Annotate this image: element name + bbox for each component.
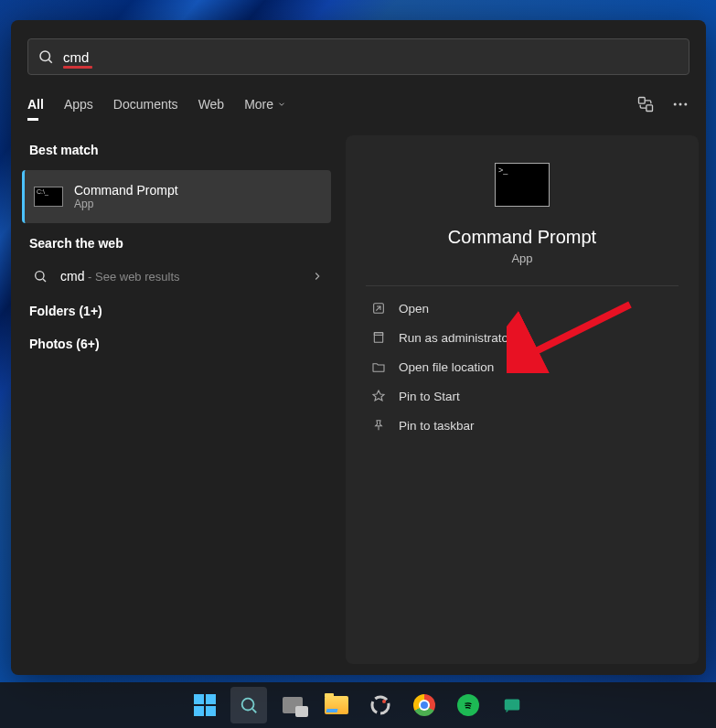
start-button[interactable]: [187, 687, 223, 723]
svg-point-16: [372, 697, 389, 713]
best-match-header: Best match: [18, 135, 335, 165]
file-explorer[interactable]: [318, 687, 355, 723]
tab-apps[interactable]: Apps: [64, 97, 93, 112]
svg-point-7: [36, 272, 44, 280]
cmd-icon: C:\_: [34, 187, 63, 207]
filter-tabs: All Apps Documents Web More: [27, 95, 689, 113]
search-web-item[interactable]: cmd - See web results: [18, 258, 335, 294]
spotify-icon: [462, 699, 475, 712]
pin-icon: [371, 389, 386, 403]
spotify[interactable]: [450, 687, 486, 723]
search-icon: [239, 695, 259, 715]
search-icon: [37, 48, 54, 65]
svg-point-14: [241, 699, 253, 711]
svg-rect-11: [374, 333, 382, 336]
svg-point-0: [40, 51, 50, 61]
tab-label: Documents: [113, 97, 178, 112]
svg-point-6: [684, 103, 687, 106]
pin-icon: [371, 418, 386, 433]
search-web-header: Search the web: [18, 229, 335, 258]
preview-app-icon: [495, 163, 550, 207]
svg-rect-10: [374, 333, 382, 343]
results-column: Best match C:\_ Command Prompt App Searc…: [18, 135, 335, 664]
web-query-text: cmd: [60, 269, 84, 284]
svg-line-15: [252, 709, 256, 712]
preview-pane: Command Prompt App Open Run as administr…: [346, 135, 699, 664]
tab-all[interactable]: All: [27, 97, 44, 112]
search-input[interactable]: [63, 49, 679, 65]
action-pin-start[interactable]: Pin to Start: [346, 381, 699, 411]
tab-documents[interactable]: Documents: [113, 97, 178, 112]
tab-label: Apps: [64, 97, 93, 112]
tab-label: More: [244, 97, 273, 112]
annotation-underline: [63, 66, 92, 69]
search-panel: All Apps Documents Web More Best match C…: [11, 20, 706, 675]
preview-title: Command Prompt: [346, 227, 699, 248]
action-open[interactable]: Open: [346, 294, 699, 323]
tab-label: All: [27, 97, 44, 112]
tab-label: Web: [198, 97, 225, 112]
web-suffix: - See web results: [84, 270, 179, 284]
chevron-right-icon: [311, 270, 324, 283]
result-subtitle: App: [74, 198, 178, 210]
open-icon: [371, 301, 386, 316]
result-title: Command Prompt: [74, 183, 178, 198]
tab-more[interactable]: More: [244, 97, 286, 112]
action-label: Run as administrator: [399, 331, 513, 345]
chevron-down-icon: [277, 100, 286, 109]
best-match-result[interactable]: C:\_ Command Prompt App: [22, 170, 331, 223]
photos-section[interactable]: Photos (6+): [18, 327, 335, 360]
preview-subtitle: App: [346, 252, 699, 265]
folders-section[interactable]: Folders (1+): [18, 294, 335, 327]
circle-app-icon: [369, 694, 391, 716]
shield-icon: [371, 330, 386, 345]
svg-rect-2: [639, 98, 646, 104]
connected-apps-icon[interactable]: [636, 95, 655, 113]
app-icon-1[interactable]: [362, 687, 399, 723]
action-label: Pin to taskbar: [399, 419, 475, 433]
action-pin-taskbar[interactable]: Pin to taskbar: [346, 411, 699, 440]
svg-rect-18: [504, 700, 519, 711]
chat-icon: [502, 695, 522, 715]
action-label: Open: [399, 302, 429, 316]
svg-point-17: [382, 700, 386, 703]
action-open-location[interactable]: Open file location: [346, 352, 699, 381]
action-run-as-admin[interactable]: Run as administrator: [346, 323, 699, 352]
svg-line-8: [43, 279, 46, 282]
divider: [366, 285, 679, 286]
svg-line-1: [48, 59, 51, 62]
svg-point-4: [674, 103, 677, 106]
taskbar-search[interactable]: [230, 687, 267, 723]
folder-icon: [371, 359, 386, 374]
search-icon: [33, 269, 48, 284]
svg-rect-3: [647, 105, 653, 112]
chrome[interactable]: [406, 687, 443, 723]
svg-point-5: [679, 103, 682, 106]
task-view[interactable]: [274, 687, 311, 723]
taskbar: [0, 682, 716, 728]
tab-web[interactable]: Web: [198, 97, 225, 112]
more-options-icon[interactable]: [671, 95, 689, 113]
search-box[interactable]: [27, 38, 689, 75]
action-label: Open file location: [399, 360, 494, 374]
action-label: Pin to Start: [399, 390, 460, 403]
chat[interactable]: [494, 687, 530, 723]
